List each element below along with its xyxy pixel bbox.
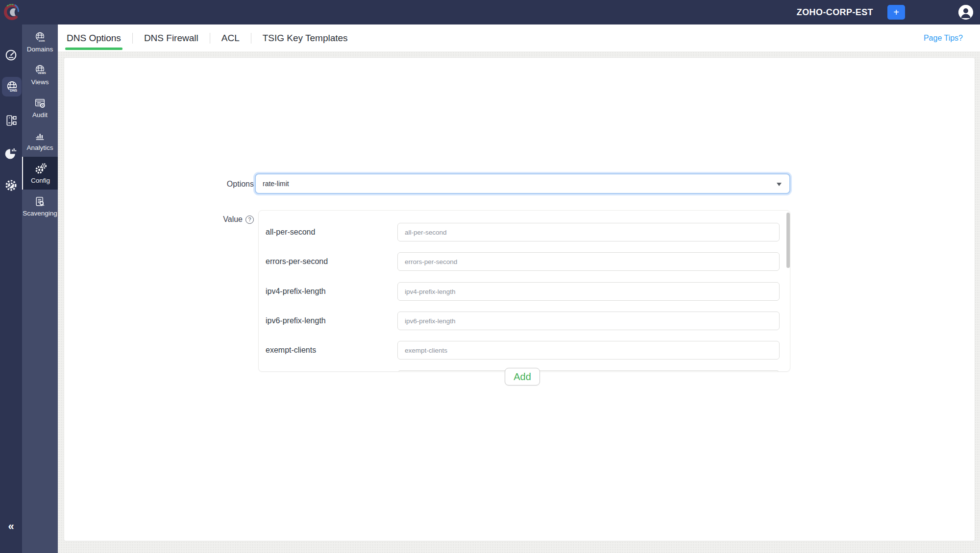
top-bar: ZOHO-CORP-EST +	[0, 0, 980, 24]
options-field-label: Options	[186, 179, 254, 189]
sidebar-item-domains[interactable]: com Domains	[22, 25, 58, 58]
exempt-clients-input[interactable]	[397, 341, 780, 360]
avatar-person-icon	[958, 5, 973, 20]
dropdown-caret-icon	[777, 183, 782, 186]
value-row-errors-per-second: errors-per-second	[259, 252, 790, 271]
value-row-ipv6-prefix-length: ipv6-prefix-length	[259, 312, 790, 330]
user-avatar[interactable]	[958, 5, 973, 20]
options-selected-value: rate-limit	[263, 180, 289, 188]
tab-dns-firewall[interactable]: DNS Firewall	[143, 24, 200, 51]
dashboard-gauge-icon	[4, 48, 18, 62]
sidebar-item-label: Views	[31, 78, 49, 86]
config-gears-icon	[34, 162, 47, 175]
organization-switcher[interactable]: ZOHO-CORP-EST	[797, 7, 873, 18]
sidebar: com Domains VIEWS Views Audit	[22, 24, 58, 553]
plus-icon: +	[893, 7, 899, 18]
app-logo-icon[interactable]	[1, 1, 21, 23]
gear-wrench-icon	[4, 179, 18, 192]
tab-separator	[210, 33, 210, 44]
sidebar-item-label: Domains	[27, 46, 53, 53]
rail-item-reports[interactable]	[0, 144, 22, 162]
row-label: all-per-second	[266, 223, 315, 241]
pie-chart-icon	[4, 146, 18, 160]
value-label-text: Value	[223, 215, 243, 224]
value-row-exempt-clients: exempt-clients	[259, 341, 790, 360]
sidebar-item-label: Analytics	[26, 144, 53, 151]
ipv4-prefix-length-input[interactable]	[397, 282, 780, 301]
tab-acl[interactable]: ACL	[220, 24, 241, 51]
scavenging-doc-search-icon	[34, 195, 46, 208]
tab-separator	[251, 33, 251, 44]
dns-active-tile: DNS	[2, 77, 22, 96]
row-label: ipv6-prefix-length	[266, 312, 326, 330]
options-select[interactable]: rate-limit	[255, 173, 790, 194]
rail-item-dashboard[interactable]	[0, 46, 22, 64]
row-label: errors-per-second	[266, 252, 328, 271]
server-network-icon	[5, 114, 18, 127]
rail-item-settings[interactable]	[0, 176, 22, 194]
tab-label: TSIG Key Templates	[263, 33, 348, 44]
tab-label: ACL	[221, 33, 240, 44]
sidebar-item-analytics[interactable]: Analytics	[22, 124, 58, 157]
help-icon[interactable]: ?	[245, 216, 254, 224]
ipv6-prefix-length-input[interactable]	[397, 312, 780, 330]
analytics-bars-icon	[34, 130, 46, 142]
rail-item-dns[interactable]: DNS	[0, 77, 22, 96]
sidebar-item-label: Audit	[32, 111, 48, 119]
options-label-text: Options	[227, 180, 254, 189]
add-new-button[interactable]: +	[887, 5, 905, 20]
partial-next-input[interactable]	[397, 370, 780, 372]
tab-label: DNS Firewall	[144, 33, 198, 44]
sidebar-item-config[interactable]: Config	[22, 157, 58, 190]
sidebar-item-scavenging[interactable]: Scavenging	[22, 190, 58, 222]
all-per-second-input[interactable]	[397, 223, 780, 241]
svg-text:com: com	[39, 39, 45, 42]
views-globe-icon: VIEWS	[34, 64, 46, 76]
tab-bar: DNS Options DNS Firewall ACL TSIG Key Te…	[58, 24, 980, 51]
sidebar-item-audit[interactable]: Audit	[22, 91, 58, 124]
audit-log-icon	[34, 97, 46, 109]
value-row-all-per-second: all-per-second	[259, 223, 790, 241]
value-field-label: Value ?	[186, 215, 254, 224]
svg-text:VIEWS: VIEWS	[38, 72, 46, 74]
add-button[interactable]: Add	[505, 368, 540, 385]
page-tips-link[interactable]: Page Tips?	[924, 24, 963, 51]
sidebar-item-label: Config	[31, 177, 50, 184]
tab-tsig-key-templates[interactable]: TSIG Key Templates	[261, 24, 349, 51]
sidebar-collapse-button[interactable]: «	[0, 519, 22, 534]
value-options-card: all-per-second errors-per-second ipv4-pr…	[258, 210, 790, 372]
domains-globe-icon: com	[34, 31, 46, 44]
errors-per-second-input[interactable]	[397, 252, 780, 271]
svg-text:DNS: DNS	[10, 88, 17, 92]
row-label: exempt-clients	[266, 341, 316, 360]
tab-label: DNS Options	[67, 33, 121, 44]
rail-item-ipam[interactable]	[0, 112, 22, 129]
tab-dns-options[interactable]: DNS Options	[65, 24, 122, 51]
collapse-chevrons-icon: «	[8, 520, 14, 533]
icon-rail: DNS «	[0, 0, 22, 553]
sidebar-item-label: Scavenging	[23, 210, 57, 217]
value-card-scrollbar[interactable]	[786, 213, 790, 268]
tab-separator	[132, 33, 133, 44]
row-label: ipv4-prefix-length	[266, 282, 326, 301]
sidebar-item-views[interactable]: VIEWS Views	[22, 58, 58, 91]
dns-globe-icon: DNS	[5, 80, 19, 94]
page-tips-label: Page Tips?	[924, 34, 963, 43]
value-row-ipv4-prefix-length: ipv4-prefix-length	[259, 282, 790, 301]
